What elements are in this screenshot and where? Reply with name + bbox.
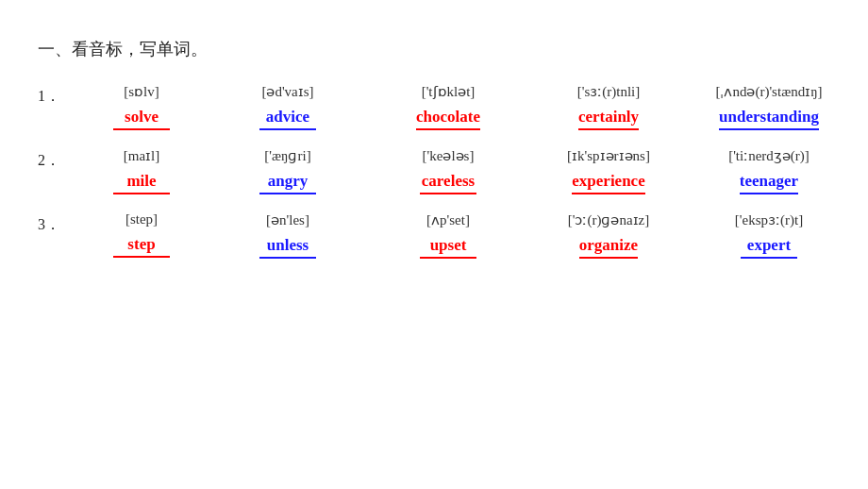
phonetic: ['sɜː(r)tnli] xyxy=(577,83,641,100)
words-grid: [maɪl]mile['æŋɡri]angry['keələs]careless… xyxy=(75,147,849,194)
phonetic: ['ekspɜː(r)t] xyxy=(735,211,803,228)
word-cell: ['tʃɒklət]chocolate xyxy=(368,83,528,130)
phonetic: [ɪk'spɪərɪəns] xyxy=(567,147,650,164)
word-cell: ['æŋɡri]angry xyxy=(208,147,368,194)
word-cell: [ən'les]unless xyxy=(208,211,368,259)
word-answer: upset xyxy=(420,236,476,259)
page: 一、看音标，写单词。 1．[sɒlv]solve[əd'vaɪs]advice[… xyxy=(0,0,868,489)
phonetic: ['keələs] xyxy=(423,147,475,164)
phonetic: [ˌʌndə(r)'stændɪŋ] xyxy=(715,83,822,100)
row-number: 2． xyxy=(38,147,75,171)
word-cell: [ʌp'set]upset xyxy=(368,211,528,259)
word-answer: step xyxy=(113,235,170,258)
phonetic: [step] xyxy=(125,211,158,228)
row-3: 3．[step]step[ən'les]unless[ʌp'set]upset[… xyxy=(38,211,830,259)
word-cell: [ˌʌndə(r)'stændɪŋ]understanding xyxy=(689,83,849,130)
phonetic: ['ɔː(r)ɡənaɪz] xyxy=(568,211,650,228)
words-grid: [step]step[ən'les]unless[ʌp'set]upset['ɔ… xyxy=(75,211,849,259)
word-answer: advice xyxy=(259,108,316,130)
phonetic: [sɒlv] xyxy=(124,83,159,100)
rows-container: 1．[sɒlv]solve[əd'vaɪs]advice['tʃɒklət]ch… xyxy=(38,83,830,259)
word-answer: understanding xyxy=(719,108,819,130)
word-answer: mile xyxy=(113,172,170,194)
word-answer: certainly xyxy=(578,108,639,130)
word-answer: angry xyxy=(259,172,316,194)
phonetic: [ən'les] xyxy=(266,211,309,228)
word-cell: [sɒlv]solve xyxy=(75,83,208,130)
word-cell: [step]step xyxy=(75,211,208,259)
phonetic: ['tiːnerdʒə(r)] xyxy=(728,147,810,164)
phonetic: [əd'vaɪs] xyxy=(261,83,313,100)
word-answer: organize xyxy=(579,236,638,259)
row-number: 3． xyxy=(38,211,75,235)
word-cell: ['ɔː(r)ɡənaɪz]organize xyxy=(528,211,689,259)
word-cell: [əd'vaɪs]advice xyxy=(208,83,368,130)
phonetic: ['æŋɡri] xyxy=(264,147,310,164)
word-answer: chocolate xyxy=(416,108,480,130)
word-cell: [ɪk'spɪərɪəns]experience xyxy=(528,147,689,194)
word-cell: ['sɜː(r)tnli]certainly xyxy=(528,83,689,130)
phonetic: [ʌp'set] xyxy=(426,211,470,228)
word-answer: solve xyxy=(113,108,170,130)
word-cell: [maɪl]mile xyxy=(75,147,208,194)
word-cell: ['ekspɜː(r)t]expert xyxy=(689,211,849,259)
word-answer: unless xyxy=(259,236,316,259)
word-cell: ['keələs]careless xyxy=(368,147,528,194)
phonetic: ['tʃɒklət] xyxy=(422,83,476,100)
section-title: 一、看音标，写单词。 xyxy=(38,38,830,60)
row-number: 1． xyxy=(38,83,75,107)
word-answer: careless xyxy=(420,172,476,194)
word-answer: teenager xyxy=(740,172,798,194)
word-cell: ['tiːnerdʒə(r)]teenager xyxy=(689,147,849,194)
row-1: 1．[sɒlv]solve[əd'vaɪs]advice['tʃɒklət]ch… xyxy=(38,83,830,130)
row-2: 2．[maɪl]mile['æŋɡri]angry['keələs]carele… xyxy=(38,147,830,194)
phonetic: [maɪl] xyxy=(124,147,159,164)
word-answer: experience xyxy=(572,172,644,194)
words-grid: [sɒlv]solve[əd'vaɪs]advice['tʃɒklət]choc… xyxy=(75,83,849,130)
word-answer: expert xyxy=(741,236,797,259)
